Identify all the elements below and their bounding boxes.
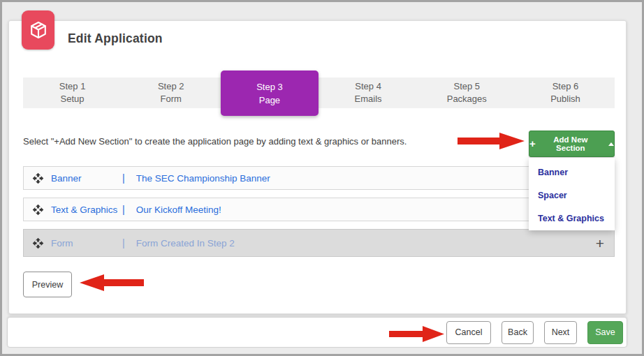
caret-up-icon (608, 142, 614, 146)
step-number: Step 2 (158, 80, 184, 93)
step-number: Step 4 (355, 80, 381, 93)
back-button[interactable]: Back (502, 321, 534, 344)
app-cube-icon (22, 10, 54, 50)
steps-bar: Step 1 Setup Step 2 Form Step 3 Page Ste… (23, 77, 615, 108)
section-row-banner[interactable]: Banner | The SEC Championship Banner (23, 166, 615, 190)
separator: | (122, 237, 125, 249)
section-name-label: Form Created In Step 2 (136, 238, 235, 249)
expand-plus-icon[interactable]: + (596, 236, 604, 251)
step-number: Step 5 (453, 80, 480, 93)
step-label: Form (161, 93, 182, 105)
step-tab-packages[interactable]: Step 5 Packages (418, 77, 516, 108)
step-label: Emails (355, 93, 382, 105)
section-type-link[interactable]: Banner (51, 173, 122, 184)
step-number: Step 6 (552, 80, 579, 93)
step-number: Step 1 (59, 80, 86, 93)
step-number: Step 3 (256, 80, 283, 94)
save-button[interactable]: Save (587, 321, 623, 344)
instruction-text: Select "+Add New Section" to create the … (23, 136, 407, 147)
active-step-pill[interactable]: Step 3 Page (221, 71, 318, 116)
step-label: Publish (550, 93, 580, 105)
separator: | (122, 172, 125, 184)
cancel-button[interactable]: Cancel (446, 321, 491, 344)
cube-glyph (29, 20, 48, 40)
move-handle-icon[interactable] (32, 237, 44, 249)
section-row-form-disabled[interactable]: Form | Form Created In Step 2 + (23, 229, 615, 257)
annotation-arrow-add-section (458, 133, 525, 149)
step-tab-setup[interactable]: Step 1 Setup (23, 77, 122, 108)
move-handle-icon[interactable] (32, 204, 44, 216)
step-label: Setup (61, 93, 85, 105)
add-section-menu: Banner Spacer Text & Graphics (529, 158, 615, 230)
annotation-arrow-cancel (389, 326, 445, 342)
move-handle-icon[interactable] (32, 172, 44, 184)
menu-item-text-graphics[interactable]: Text & Graphics (529, 207, 615, 230)
step-tab-form[interactable]: Step 2 Form (122, 77, 220, 108)
section-row-text-graphics[interactable]: Text & Graphics | Our Kickoff Meeting! (23, 198, 615, 221)
annotation-arrow-preview (80, 274, 144, 291)
menu-item-banner[interactable]: Banner (529, 161, 615, 184)
preview-button[interactable]: Preview (23, 272, 72, 297)
footer-bar: Cancel Back Next Save (7, 317, 627, 348)
section-name-link[interactable]: The SEC Championship Banner (136, 173, 270, 184)
step-label: Packages (447, 93, 487, 105)
menu-item-spacer[interactable]: Spacer (529, 184, 615, 207)
step-tab-page-active[interactable]: Step 3 Page (220, 77, 319, 108)
next-button[interactable]: Next (544, 321, 577, 344)
page-title: Edit Application (68, 31, 163, 46)
section-type-label: Form (51, 238, 122, 249)
step-tab-publish[interactable]: Step 6 Publish (516, 77, 615, 108)
step-label: Page (259, 94, 280, 107)
add-new-section-button[interactable]: + Add New Section (529, 131, 615, 157)
plus-icon: + (529, 138, 536, 149)
step-tab-emails[interactable]: Step 4 Emails (319, 77, 418, 108)
section-type-link[interactable]: Text & Graphics (51, 205, 122, 215)
separator: | (122, 204, 125, 215)
add-new-section-label: Add New Section (539, 135, 602, 152)
section-name-link[interactable]: Our Kickoff Meeting! (136, 205, 221, 215)
